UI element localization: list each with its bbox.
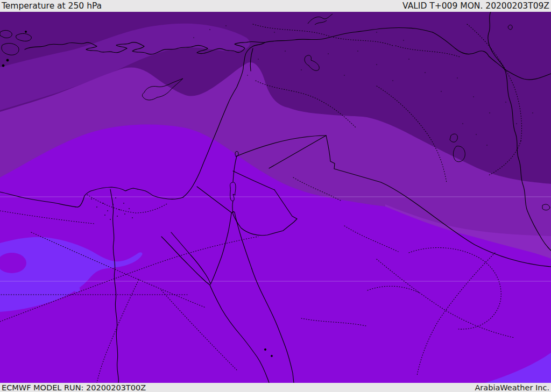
model-run-label: ECMWF MODEL RUN: 20200203T00Z bbox=[2, 383, 146, 392]
valid-time-label: VALID T+009 MON. 20200203T09Z bbox=[402, 1, 549, 12]
warm-cell-dot bbox=[74, 287, 80, 293]
red-sea-islet-2 bbox=[271, 355, 273, 357]
weather-map-canvas bbox=[0, 12, 551, 383]
map-footer-bar: ECMWF MODEL RUN: 20200203T00Z ArabiaWeat… bbox=[0, 383, 551, 392]
weather-map-viewer: Temperature at 250 hPa VALID T+009 MON. … bbox=[0, 0, 551, 392]
map-header-bar: Temperature at 250 hPa VALID T+009 MON. … bbox=[0, 0, 551, 12]
credit-label: ArabiaWeather Inc. bbox=[475, 383, 549, 392]
aegean-islet-1 bbox=[25, 31, 27, 33]
map-title: Temperature at 250 hPa bbox=[2, 1, 102, 12]
aegean-islet-2 bbox=[6, 59, 9, 61]
aegean-islet-3 bbox=[2, 65, 4, 67]
red-sea-islet-1 bbox=[264, 348, 266, 350]
